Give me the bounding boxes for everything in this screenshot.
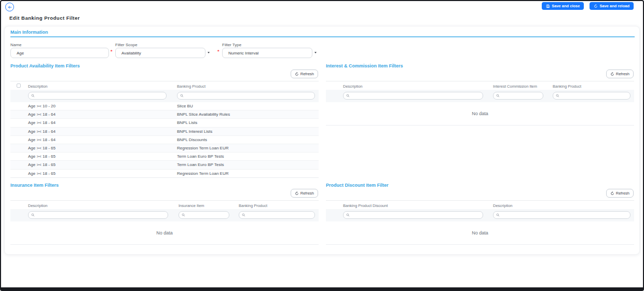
- table-cell: Age >< 18 - 64: [28, 119, 56, 127]
- main-information-underline: [10, 36, 635, 37]
- description-search-input[interactable]: [501, 213, 630, 217]
- interest-commission-item-search-input[interactable]: [501, 93, 543, 98]
- description-search: [493, 211, 631, 219]
- search-icon: [496, 213, 500, 217]
- table-cell: BNPL Slice Availability Rules: [177, 110, 230, 119]
- save-and-reload-label: Save and reload: [599, 4, 629, 8]
- filter-scope-select[interactable]: Availability: [115, 48, 205, 58]
- required-asterisk: *: [217, 49, 220, 54]
- table-cell: Term Loan Euro BP Tests: [177, 161, 224, 169]
- refresh-icon: [295, 72, 299, 76]
- refresh-icon: [610, 72, 614, 76]
- search-icon: [346, 94, 350, 98]
- table-row[interactable]: Age >< 18 - 64BNPL Discounts: [10, 136, 319, 144]
- no-data-text: No data: [326, 111, 634, 116]
- search-icon: [242, 213, 245, 217]
- table-row[interactable]: Age >< 18 - 65Term Loan Euro BP Tests: [10, 153, 319, 161]
- table-row[interactable]: Age >< 18 - 64BNPL Lists: [10, 119, 319, 127]
- banking-product-discount-search-input[interactable]: [351, 213, 483, 217]
- section-product-discount-item-filter: Product Discount Item Filter Refresh Ban…: [326, 183, 634, 291]
- table-bottom-border: [10, 244, 319, 245]
- table-cell: Age >< 18 - 64: [28, 128, 56, 136]
- column-header: Banking Product: [239, 203, 267, 208]
- table-row[interactable]: Age >< 18 - 65Term Loan Euro BP Tests: [10, 161, 319, 169]
- no-data-text: No data: [10, 230, 319, 235]
- table-cell: Age >< 18 - 65: [28, 144, 56, 153]
- refresh-button[interactable]: Refresh: [606, 70, 634, 78]
- refresh-button[interactable]: Refresh: [606, 189, 634, 198]
- table-cell: Age >< 18 - 64: [28, 110, 56, 119]
- table-bottom-border: [326, 244, 634, 245]
- column-header: Interest Commission Item: [493, 84, 537, 89]
- refresh-button[interactable]: Refresh: [291, 189, 318, 198]
- table-cell: BNPL Lists: [177, 119, 197, 127]
- table-cell: BNPL Interest Lists: [177, 128, 212, 136]
- chevron-down-icon[interactable]: [208, 52, 210, 53]
- description-search-input[interactable]: [351, 93, 483, 98]
- banking-product-search: [239, 211, 315, 219]
- insurance-item-search-input[interactable]: [187, 213, 229, 217]
- save-icon: [546, 4, 550, 8]
- section-title: Product Availability Item Filters: [10, 63, 80, 68]
- toolbar: Save and close Save and reload: [542, 2, 634, 10]
- back-button[interactable]: [5, 3, 14, 11]
- table-cell: Age >< 18 - 65: [28, 170, 56, 178]
- table-filter-row: [326, 209, 634, 221]
- filter-type-select[interactable]: Numeric Interval: [222, 48, 312, 58]
- required-asterisk: *: [111, 49, 113, 54]
- description-search-input[interactable]: [36, 93, 166, 98]
- column-header: Banking Product Discount: [343, 203, 388, 208]
- table-cell: Slice BU: [177, 102, 193, 110]
- search-icon: [31, 94, 35, 98]
- table-filter-row: [326, 90, 634, 102]
- table-row[interactable]: Age >< 18 - 65Regression Term Loan EUR: [10, 170, 319, 178]
- search-icon: [496, 94, 500, 98]
- refresh-label: Refresh: [616, 72, 629, 76]
- search-icon: [31, 213, 35, 217]
- table-cell: Regression Term Loan EUR: [177, 144, 228, 153]
- description-search: [28, 92, 167, 100]
- save-and-reload-button[interactable]: Save and reload: [590, 2, 634, 10]
- search-icon: [180, 94, 184, 98]
- refresh-button[interactable]: Refresh: [291, 70, 318, 78]
- select-all-checkbox[interactable]: [17, 84, 21, 88]
- content-card: Main Information Name Filter Scope * Ava…: [4, 26, 640, 255]
- section-title: Product Discount Item Filter: [326, 183, 389, 188]
- description-search-input[interactable]: [36, 213, 168, 217]
- table-cell: Term Loan Euro BP Tests: [177, 153, 224, 161]
- page-title: Edit Banking Product Filter: [9, 15, 80, 21]
- no-data-text: No data: [326, 230, 634, 235]
- column-header: Description: [28, 84, 48, 89]
- chevron-down-icon[interactable]: [314, 52, 317, 53]
- table-row[interactable]: Age >< 10 - 20Slice BU: [10, 102, 319, 110]
- table-header: Description Interest Commission Item Ban…: [326, 81, 634, 90]
- name-input[interactable]: [10, 48, 109, 58]
- main-information-title: Main Information: [10, 30, 48, 35]
- table-cell: Age >< 18 - 65: [28, 153, 56, 161]
- table-row[interactable]: Age >< 18 - 65Regression Term Loan EUR: [10, 144, 319, 153]
- filter-scope-label: Filter Scope: [115, 43, 138, 47]
- reload-icon: [594, 4, 598, 8]
- interest-commission-item-search: [493, 92, 543, 100]
- table-row[interactable]: Age >< 18 - 64BNPL Slice Availability Ru…: [10, 110, 319, 119]
- banking-product-search-input[interactable]: [247, 213, 314, 217]
- table-body: Age >< 10 - 20Slice BUAge >< 18 - 64BNPL…: [10, 102, 319, 178]
- section-product-availability-item-filters: Product Availability Item Filters Refres…: [10, 63, 319, 183]
- table-cell: Regression Term Loan EUR: [177, 170, 228, 178]
- banking-product-search-input[interactable]: [561, 93, 630, 98]
- search-icon: [556, 94, 559, 98]
- refresh-icon: [610, 191, 614, 196]
- table-row[interactable]: Age >< 18 - 64BNPL Interest Lists: [10, 128, 319, 136]
- table-cell: Age >< 18 - 65: [28, 161, 56, 169]
- save-and-close-button[interactable]: Save and close: [542, 2, 584, 10]
- filter-type-label: Filter Type: [222, 43, 241, 47]
- banking-product-search: [177, 92, 315, 100]
- search-icon: [346, 213, 350, 217]
- table-cell: BNPL Discounts: [177, 136, 207, 144]
- banking-product-search-input[interactable]: [185, 93, 314, 98]
- column-header: Description: [343, 84, 363, 89]
- table-header: Description Insurance Item Banking Produ…: [10, 200, 319, 209]
- save-and-close-label: Save and close: [552, 4, 580, 8]
- column-header: Insurance Item: [179, 203, 204, 208]
- table-header: Banking Product Discount Description: [326, 200, 634, 209]
